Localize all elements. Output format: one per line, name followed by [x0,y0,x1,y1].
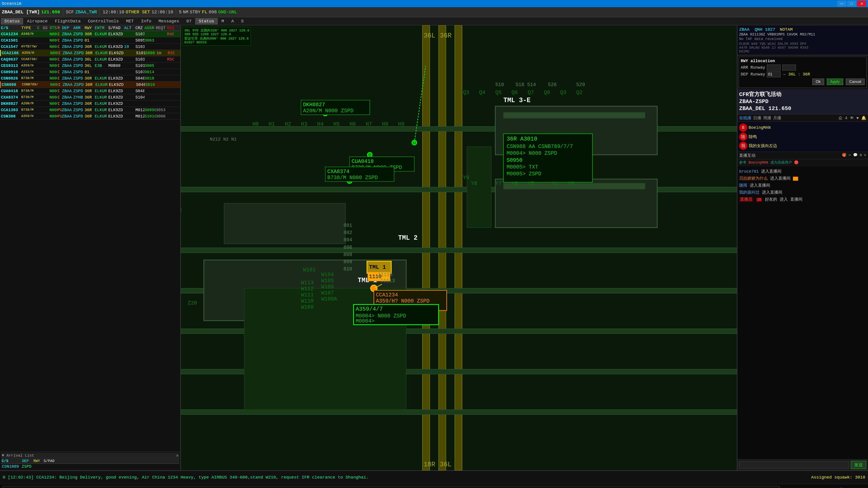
svg-text:802: 802 [344,230,352,235]
arr-runway-input2[interactable] [782,65,796,70]
svg-text:W104: W104 [321,272,334,278]
radar-metar-panel: 36L 9YD 左跑向320° 900 1027 120.6 36R 9ZD 1… [183,27,251,46]
svg-text:11116: 11116 [378,272,393,278]
menu-status2[interactable]: Status [195,18,217,24]
broadcast-subinfo: 在线播 日播 周播 月播 众 4 👁 ♥ 🔔 [737,114,868,122]
stby-label: STBY [190,9,200,15]
svg-text:Y6: Y6 [512,181,518,187]
strip-row[interactable]: CSN0826 B738/M N000 I ZBAA ZSPD 36R ELKU… [0,75,180,82]
menu-07[interactable]: 07 [183,18,195,24]
menu-a[interactable]: A [228,18,237,24]
arr-row-csn1089[interactable]: CSN1089 ZSPD [1,464,180,469]
svg-text:Q4: Q4 [479,90,486,96]
svg-text:18R: 18R [424,461,435,468]
chat-msg-3: 随雨 进入直播间 [739,183,866,188]
tab-live[interactable]: 在线播 [739,115,751,121]
svg-rect-15 [467,147,491,228]
route-info1: ELKUR W40 YQG W142 DALIM A593 DPX [739,42,866,46]
strip-row[interactable]: CCA2188 A359/H N000 I ZBAA ZSPD 36R ELKU… [0,50,180,56]
menu-info[interactable]: Info [138,18,155,24]
strip-row[interactable]: CUA0418 B738/M N000 I ZBAA ZSPD 36R ELKU… [0,88,180,94]
svg-text:TML 2: TML 2 [398,234,417,242]
strip-row[interactable]: CCA1501 N000 I ZBAA ZSPD 01 S0950 3063 [0,37,180,43]
svg-text:Y7: Y7 [495,181,502,187]
svg-text:M0005> ZSPD: M0005> ZSPD [506,171,541,177]
svg-text:W112: W112 [301,286,314,292]
svg-text:A359/4/7: A359/4/7 [355,306,383,313]
svg-text:Y0: Y0 [568,181,575,187]
other-callsign: ZBAA_TWR [75,9,97,15]
command-input[interactable] [3,486,780,488]
menu-messages[interactable]: Messages [155,18,182,24]
svg-text:529: 529 [576,82,585,88]
arrival-header: ▼ Arrival List ✕ [1,453,180,459]
col-header-assr: ASSR [145,26,156,30]
strip-row[interactable]: CES9313 A359/H N000 I ZBAA ZSPD 36L E3B … [0,63,180,69]
dep-runway-label: DEP Runway [741,72,765,76]
apply-btn[interactable]: Apply [827,78,843,85]
svg-text:S0950: S0950 [506,158,522,163]
col-header-c: C [37,26,43,30]
maximize-btn[interactable]: □ [847,1,856,6]
strip-row[interactable]: CSH9910 A333/H N000 I ZBAA ZSPD 01 S1070… [0,69,180,75]
svg-text:H3: H3 [301,121,307,127]
tab-week[interactable]: 周播 [763,115,771,121]
close-btn[interactable]: ✕ [857,1,866,6]
svg-text:M0005> TXT: M0005> TXT [506,164,538,170]
strip-row[interactable]: CCA1547 HYTB77W/7? N000 I ZBAA ZSPD 36R … [0,43,180,50]
strip-row[interactable]: CXA8374 B738/M N000 I ZBAA ZYHB 36R ELKU… [0,94,180,101]
menu-flightdata[interactable]: FlightData [52,18,84,24]
broadcast-header: CFR官方联飞活动ZBAA-ZSPDZBAA_DEL 121.650 [737,89,868,114]
menu-s[interactable]: S [238,18,247,24]
title-bar[interactable]: Oceansim — □ ✕ [0,0,868,7]
arrival-title: ▼ Arrival List [2,453,34,458]
menu-controltools[interactable]: ControlTools [85,18,122,24]
strip-row[interactable]: CSN988 CSNB789/? N000 I ZBAA ZSPD 36R EL… [0,82,180,88]
dep-runway-input-01[interactable] [767,71,780,77]
chat-users: B BoeingMAN 陆 陆鸣 我 我的女孩向左边 [737,122,868,152]
col-header-crz: CRZ [135,26,145,30]
send-button[interactable]: 发送 [851,461,866,469]
arrival-close[interactable]: ✕ [176,453,179,458]
svg-text:Q7: Q7 [528,90,534,96]
strip-row[interactable]: DKH8827 A20N/M N000 I ZBAA ZSPD 36R ELKU… [0,101,180,107]
menu-status[interactable]: Status [1,18,23,24]
menu-met[interactable]: MET [123,18,137,24]
svg-text:H2: H2 [285,121,291,127]
strip-header: C/S TYPE C GS STS R DEP ARR RWY ENTR S/P… [0,25,180,31]
notam-label: NOTAM [780,27,793,32]
svg-text:Y5: Y5 [528,181,534,187]
route-info2: A470 DALNU W166 ZJ W167 SASAN R343 [739,46,866,50]
user-row-boeingman: B BoeingMAN [739,124,866,132]
svg-text:Q5: Q5 [495,90,502,96]
gnd-val: GND-UNL [218,9,237,15]
strip-row[interactable]: CAQ9637 CCA8738/? N000 I ZBAA ZSPD 36L E… [0,56,180,63]
tab-month[interactable]: 月播 [773,115,781,121]
arr-runway-input[interactable] [767,65,780,70]
strip-row[interactable]: CSN308 A359/H N000 PUSH ZBAA ZSPD 36R EL… [0,113,180,120]
arr-col-header: C/S DEP RWY S/PAD [1,459,180,464]
svg-text:Q3: Q3 [463,90,469,96]
svg-text:Y1: Y1 [552,181,558,187]
col-header-cs: C/S [1,26,21,30]
svg-text:W106: W106 [321,284,334,290]
strip-row[interactable]: CCA1234 A346/H N000 I ZBAA ZSPD 36R ELKU… [0,31,180,37]
cancel-btn[interactable]: Cancel [846,78,865,85]
minimize-btn[interactable]: — [837,1,846,6]
svg-text:Z20: Z20 [188,300,197,306]
radar-panel[interactable]: 36L 36R 18R 36L N138 N127 N125 N124 N123… [181,25,737,470]
svg-text:H6: H6 [349,121,356,127]
ok-btn[interactable]: Ok [812,78,824,85]
svg-text:CXA8374: CXA8374 [327,169,349,175]
chat-input-row: 发送 [737,459,868,470]
menu-airspace[interactable]: Airspace [24,18,51,24]
username-boeingman: BoeingMAN [749,125,771,130]
svg-text:36L: 36L [424,32,435,39]
svg-text:CSN988 AA CSNB789/7/7: CSN988 AA CSNB789/7/7 [506,144,573,150]
svg-text:36R A3010: 36R A3010 [506,136,537,142]
tab-day[interactable]: 日播 [753,115,761,121]
scf-label: SCF [66,9,74,15]
menu-m[interactable]: M [218,18,227,24]
chat-input[interactable] [739,461,849,468]
strip-row[interactable]: CCA1393 B738/M N000 PUSH ZBAA ZSPD 36R E… [0,107,180,113]
